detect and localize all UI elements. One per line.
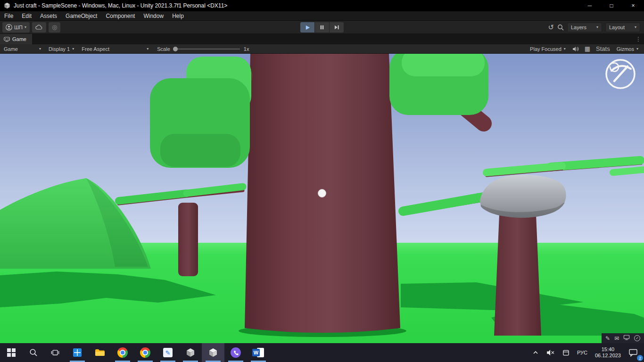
close-button[interactable]: × <box>622 0 644 11</box>
cloud-icon <box>35 25 43 30</box>
view-mode-label: Game <box>4 46 18 52</box>
grid-app-icon <box>73 348 82 357</box>
action-center-button[interactable]: 2 <box>625 343 641 362</box>
menu-component[interactable]: Component <box>101 11 139 20</box>
unity-cube-icon <box>208 348 218 357</box>
language-indicator[interactable]: РУС <box>574 343 591 362</box>
taskbar-chrome-1[interactable] <box>111 343 134 362</box>
view-tabstrip: Game ⋮ <box>0 34 644 44</box>
scale-slider-knob[interactable] <box>173 47 178 51</box>
taskbar-chrome-2[interactable] <box>134 343 157 362</box>
game-scene <box>0 54 644 343</box>
game-viewport[interactable] <box>0 54 644 343</box>
view-mode-dropdown[interactable]: Game ▾ <box>0 44 45 53</box>
maximize-button[interactable]: □ <box>601 0 622 11</box>
search-icon <box>29 348 38 357</box>
tray-pen-icon[interactable]: ✎ <box>605 335 610 342</box>
volume-muted-icon[interactable] <box>543 343 558 362</box>
tray-display-icon[interactable] <box>623 335 630 342</box>
pencil-app-icon: ✎ <box>163 348 173 357</box>
clock-time: 15:40 <box>595 346 621 353</box>
layout-label: Layout <box>609 25 625 30</box>
taskbar-file-explorer[interactable] <box>89 343 111 362</box>
chrome-icon <box>140 347 150 358</box>
scale-label: Scale <box>157 46 170 52</box>
display-dropdown[interactable]: Display 1 ▾ <box>45 44 78 53</box>
clock-date: 06.12.2023 <box>595 353 621 359</box>
task-view-button[interactable] <box>44 343 66 362</box>
tray-window-icon[interactable] <box>559 343 573 362</box>
taskbar-search-button[interactable] <box>23 343 44 362</box>
window-titlebar[interactable]: Just craft - SampleScene - Windows, Mac,… <box>0 0 644 11</box>
account-initials: ШП <box>14 25 23 30</box>
target-icon: ◎ <box>52 24 57 31</box>
chevron-down-icon: ▾ <box>596 25 598 29</box>
tab-menu-kebab-icon[interactable]: ⋮ <box>636 36 641 42</box>
pause-icon <box>320 25 324 30</box>
tool-circle-indicator <box>606 60 635 88</box>
window-title: Just craft - SampleScene - Windows, Mac,… <box>14 2 227 9</box>
play-icon <box>305 25 310 30</box>
play-button[interactable] <box>300 22 314 33</box>
hidden-tray-popup: ✎ ✉ ✓ <box>602 333 644 343</box>
undo-history-icon[interactable]: ↺ <box>548 23 554 32</box>
taskbar-unity-editor[interactable] <box>202 343 224 362</box>
gizmos-dropdown[interactable]: Gizmos ▾ <box>613 46 642 52</box>
taskbar-editor-app[interactable]: ✎ <box>157 343 179 362</box>
unity-cube-icon <box>186 348 195 357</box>
playmode-controls <box>300 22 344 33</box>
taskbar-clock[interactable]: 15:40 06.12.2023 <box>592 343 624 362</box>
folder-icon <box>95 348 105 357</box>
aspect-dropdown[interactable]: Free Aspect ▾ <box>78 44 152 53</box>
account-icon <box>6 24 12 31</box>
layers-dropdown[interactable]: Layers ▾ <box>567 23 602 32</box>
stats-button[interactable]: Stats <box>593 45 613 52</box>
task-view-icon <box>51 348 59 357</box>
services-button[interactable]: ◎ <box>49 22 60 33</box>
taskbar-viber[interactable] <box>224 343 247 362</box>
gameview-toolbar: Game ▾ Display 1 ▾ Free Aspect ▾ Scale 1… <box>0 44 644 54</box>
menu-edit[interactable]: Edit <box>17 11 36 20</box>
windows-taskbar: ✎ W РУ <box>0 343 644 362</box>
menu-help[interactable]: Help <box>168 11 188 20</box>
tray-check-icon[interactable]: ✓ <box>634 335 640 341</box>
menu-gameobject[interactable]: GameObject <box>61 11 101 20</box>
windows-logo-icon <box>7 348 16 357</box>
scale-value: 1x <box>244 46 249 52</box>
chevron-down-icon: ▾ <box>147 47 149 51</box>
tab-game[interactable]: Game <box>0 34 32 44</box>
system-tray: РУС 15:40 06.12.2023 2 <box>529 343 644 362</box>
chevron-down-icon: ▾ <box>635 25 636 29</box>
metrics-grid-icon[interactable]: ▦ <box>582 45 593 52</box>
mute-audio-icon[interactable] <box>570 46 582 52</box>
pause-button[interactable] <box>315 22 329 33</box>
search-icon[interactable] <box>557 24 564 31</box>
menu-window[interactable]: Window <box>139 11 168 20</box>
chevron-down-icon: ▾ <box>636 47 638 51</box>
menu-file[interactable]: File <box>0 11 17 20</box>
layout-dropdown[interactable]: Layout ▾ <box>605 23 640 32</box>
taskbar-app-grid[interactable] <box>66 343 89 362</box>
cloud-button[interactable] <box>32 22 46 33</box>
menu-assets[interactable]: Assets <box>36 11 61 20</box>
aspect-label: Free Aspect <box>82 46 109 52</box>
account-dropdown[interactable]: ШП ▾ <box>2 22 30 33</box>
tray-chevron-up-icon[interactable] <box>529 343 542 362</box>
layers-label: Layers <box>571 25 586 30</box>
tray-mail-icon[interactable]: ✉ <box>614 335 619 342</box>
start-button[interactable] <box>0 343 23 362</box>
scale-slider[interactable] <box>174 49 240 49</box>
chevron-down-icon: ▾ <box>72 47 74 51</box>
play-focused-dropdown[interactable]: Play Focused ▾ <box>526 46 570 52</box>
chrome-icon <box>117 347 128 358</box>
taskbar-unity-hub[interactable] <box>179 343 202 362</box>
step-button[interactable] <box>330 22 344 33</box>
word-icon: W <box>252 347 264 358</box>
minimize-button[interactable]: ─ <box>579 0 601 11</box>
notification-count-badge: 2 <box>637 355 643 361</box>
scale-slider-group: Scale 1x <box>157 46 249 52</box>
game-tab-icon <box>4 37 10 42</box>
taskbar-word[interactable]: W <box>247 343 270 362</box>
viber-icon <box>231 347 241 358</box>
crosshair-dot <box>318 189 326 197</box>
